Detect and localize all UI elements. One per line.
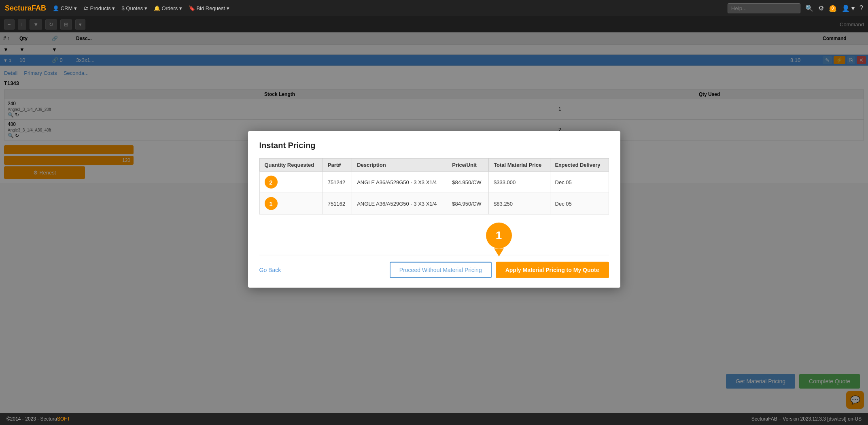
- price-unit-2: $84.950/CW: [447, 193, 489, 214]
- gear-icon[interactable]: ⚙: [818, 4, 824, 12]
- footer-copy: ©2014 - 2023 - SecturaSOFT: [6, 416, 70, 422]
- nav-products[interactable]: 🗂 Products ▾: [83, 5, 115, 11]
- instant-pricing-modal: Instant Pricing Quantity Requested Part#…: [248, 131, 620, 288]
- qty-badge-1: 1: [265, 197, 278, 210]
- pricing-table: Quantity Requested Part# Description Pri…: [259, 158, 609, 215]
- go-back-link[interactable]: Go Back: [259, 267, 281, 273]
- qty-badge-2: 2: [265, 176, 278, 189]
- delivery-2: Dec 05: [550, 193, 609, 214]
- total-2: $83.250: [489, 193, 550, 214]
- footer: ©2014 - 2023 - SecturaSOFT SecturaFAB – …: [0, 413, 868, 425]
- brand-suffix: FAB: [32, 4, 46, 12]
- brand-logo[interactable]: SecturaFAB: [5, 4, 46, 13]
- price-unit-1: $84.950/CW: [447, 171, 489, 193]
- modal-footer-buttons: Proceed Without Material Pricing Apply M…: [390, 262, 609, 278]
- desc-1: ANGLE A36/A529G50 - 3 X3 X1/4: [352, 171, 447, 193]
- search-icon[interactable]: 🔍: [805, 4, 813, 12]
- annotation-pointer-1: [494, 249, 504, 257]
- nav-crm[interactable]: 👤 CRM ▾: [53, 5, 77, 11]
- col-description: Description: [352, 158, 447, 171]
- nav-bid-request[interactable]: 🔖 Bid Request ▾: [189, 5, 229, 11]
- navbar: SecturaFAB 👤 CRM ▾ 🗂 Products ▾ $ Quotes…: [0, 0, 868, 16]
- pricing-row-1: 2 751242 ANGLE A36/A529G50 - 3 X3 X1/4 $…: [259, 171, 609, 193]
- annotation-1: 1: [486, 223, 512, 257]
- desc-2: ANGLE A36/A529G50 - 3 X3 X1/4: [352, 193, 447, 214]
- part-1: 751242: [323, 171, 352, 193]
- col-qty-requested: Quantity Requested: [259, 158, 323, 171]
- qty-requested-1: 2: [259, 171, 323, 193]
- annotation-area: 1: [259, 223, 609, 255]
- nav-quotes[interactable]: $ Quotes ▾: [121, 5, 147, 11]
- col-expected-delivery: Expected Delivery: [550, 158, 609, 171]
- footer-version: SecturaFAB – Version 2023.12.3.3 [dswtes…: [751, 416, 862, 422]
- help-icon[interactable]: ?: [860, 4, 863, 12]
- qty-requested-2: 1: [259, 193, 323, 214]
- nav-orders[interactable]: 🔔 Orders ▾: [154, 5, 182, 11]
- col-price-unit: Price/Unit: [447, 158, 489, 171]
- footer-soft: SOFT: [57, 416, 70, 422]
- total-1: $333.000: [489, 171, 550, 193]
- col-total-material-price: Total Material Price: [489, 158, 550, 171]
- navbar-right: 🔍 ⚙ 🔔0 👤 ▾ ?: [728, 3, 863, 13]
- part-2: 751162: [323, 193, 352, 214]
- help-input[interactable]: [728, 3, 800, 13]
- modal-title: Instant Pricing: [259, 141, 609, 150]
- modal-footer: Go Back Proceed Without Material Pricing…: [259, 255, 609, 278]
- user-icon[interactable]: 👤 ▾: [842, 4, 855, 12]
- brand-prefix: Sectura: [5, 4, 32, 12]
- proceed-without-material-button[interactable]: Proceed Without Material Pricing: [390, 262, 492, 278]
- delivery-1: Dec 05: [550, 171, 609, 193]
- notification-badge: 0: [830, 5, 836, 12]
- annotation-circle-1: 1: [486, 223, 512, 249]
- notifications-icon[interactable]: 🔔0: [829, 4, 837, 12]
- pricing-row-2: 1 751162 ANGLE A36/A529G50 - 3 X3 X1/4 $…: [259, 193, 609, 214]
- col-part: Part#: [323, 158, 352, 171]
- apply-material-pricing-button[interactable]: Apply Material Pricing to My Quote: [496, 262, 609, 278]
